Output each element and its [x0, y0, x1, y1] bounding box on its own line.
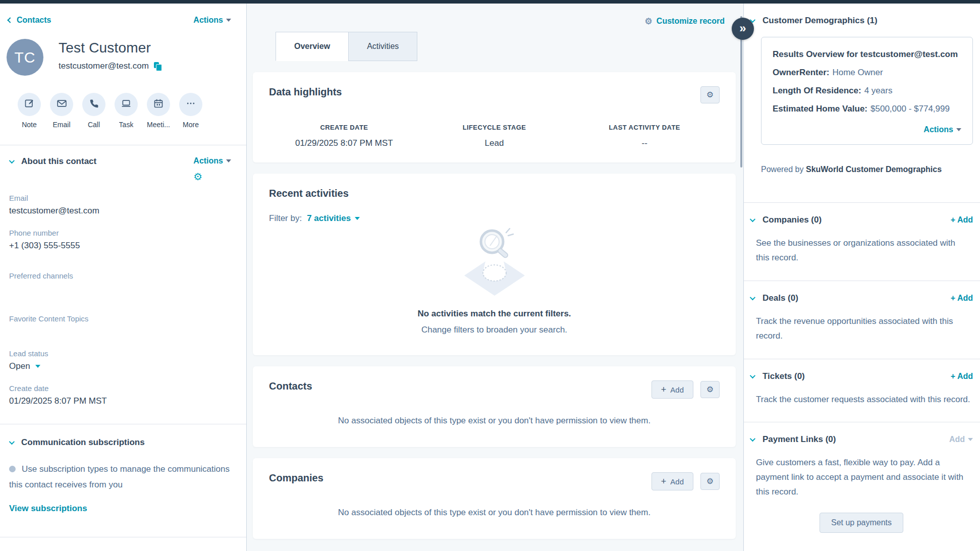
companies-card-title: Companies [269, 472, 323, 484]
about-actions-label: Actions [193, 156, 223, 166]
task-button[interactable]: Task [114, 93, 138, 129]
highlight-label: LIFECYCLE STAGE [419, 124, 570, 131]
field-label: Favorite Content Topics [9, 314, 237, 323]
highlight-value: 01/29/2025 8:07 PM MST [269, 138, 419, 148]
caret-down-icon [355, 217, 360, 220]
demo-label: Estimated Home Value: [773, 104, 867, 114]
calendar-icon [153, 98, 164, 111]
tickets-add-link[interactable]: + Add [951, 372, 973, 381]
powered-by-prefix: Powered by [761, 165, 804, 174]
field-phone: Phone number +1 (303) 555-5555 [0, 229, 246, 251]
field-value[interactable]: +1 (303) 555-5555 [9, 240, 237, 251]
contact-sidebar: Contacts Actions TC Test Customer testcu… [0, 4, 247, 551]
tickets-section-description: Track the customer requests associated w… [756, 393, 970, 407]
demo-label: OwnerRenter: [773, 68, 829, 77]
data-highlights-settings-button[interactable]: ⚙ [700, 86, 720, 103]
companies-add-button[interactable]: + Add [651, 472, 693, 490]
copy-email-icon[interactable] [154, 62, 161, 71]
chevron-down-icon [750, 295, 755, 300]
companies-section-description: See the businesses or organizations asso… [756, 236, 970, 265]
tickets-section-toggle[interactable]: Tickets (0) [750, 371, 805, 381]
field-value[interactable]: testcustomer@test.com [9, 205, 237, 216]
deals-add-link[interactable]: + Add [951, 294, 973, 303]
deals-section-title: Deals (0) [763, 293, 798, 303]
demographics-actions-dropdown[interactable]: Actions [923, 125, 961, 134]
subscriptions-section-toggle[interactable]: Communication subscriptions [9, 437, 145, 448]
highlight-last-activity-date: LAST ACTIVITY DATE -- [569, 124, 720, 148]
demo-label: Length Of Residence: [773, 86, 861, 95]
field-label: Lead status [9, 349, 237, 358]
highlight-label: LAST ACTIVITY DATE [569, 124, 720, 131]
lead-status-dropdown[interactable]: Open [9, 361, 237, 372]
demographics-row: Estimated Home Value:$500,000 - $774,999 [773, 104, 961, 114]
record-actions-dropdown[interactable]: Actions [193, 16, 231, 25]
field-lead-status: Lead status Open [0, 349, 246, 372]
view-subscriptions-link[interactable]: View subscriptions [0, 504, 246, 514]
deals-section-description: Track the revenue opportunities associat… [756, 314, 970, 344]
field-label: Email [9, 194, 237, 202]
call-button[interactable]: Call [82, 93, 106, 129]
about-section-toggle[interactable]: About this contact [9, 156, 96, 167]
email-button[interactable]: Email [49, 93, 74, 129]
caret-down-icon [956, 128, 961, 131]
field-label: Create date [9, 384, 237, 393]
field-favorite-content-topics: Favorite Content Topics [0, 314, 246, 337]
status-dot-icon [9, 466, 16, 472]
companies-settings-button[interactable]: ⚙ [700, 473, 720, 490]
plus-icon: + [661, 385, 667, 394]
demo-value: 4 years [864, 86, 893, 95]
caret-down-icon [226, 19, 231, 22]
demographics-section-title: Customer Demographics (1) [763, 16, 878, 26]
customize-record-label: Customize record [657, 17, 725, 26]
about-settings-gear-icon[interactable]: ⚙ [193, 172, 202, 182]
tab-activities[interactable]: Activities [348, 32, 417, 61]
payment-links-section-title: Payment Links (0) [763, 434, 836, 445]
back-link-label: Contacts [17, 16, 51, 25]
companies-add-link[interactable]: + Add [951, 215, 973, 225]
demo-value: $500,000 - $774,999 [870, 104, 950, 114]
contacts-card-title: Contacts [269, 380, 312, 392]
deals-section-toggle[interactable]: Deals (0) [750, 293, 798, 303]
note-icon [24, 98, 34, 111]
payment-links-section-toggle[interactable]: Payment Links (0) [750, 434, 836, 445]
top-navigation-bar-edge [0, 0, 980, 4]
note-label: Note [22, 121, 37, 129]
back-to-contacts-link[interactable]: Contacts [8, 16, 51, 25]
gear-icon: ⚙ [706, 91, 714, 99]
about-actions-dropdown[interactable]: Actions [193, 156, 231, 166]
data-highlights-card: Data highlights ⚙ CREATE DATE 01/29/2025… [253, 72, 736, 162]
field-value[interactable] [9, 326, 237, 337]
contact-record-page: Contacts Actions TC Test Customer testcu… [0, 4, 980, 551]
customize-record-link[interactable]: ⚙ Customize record [645, 17, 725, 26]
deals-section: Deals (0) + Add Track the revenue opport… [744, 281, 980, 359]
avatar: TC [7, 39, 43, 76]
payment-links-section-description: Give customers a fast, flexible way to p… [756, 456, 970, 500]
contacts-empty-text: No associated objects of this type exist… [269, 416, 720, 426]
right-sidebar: » Customer Demographics (1) Results Over… [743, 4, 980, 551]
lead-status-value: Open [9, 361, 30, 371]
demographics-section-toggle[interactable]: Customer Demographics (1) [750, 16, 878, 26]
demographics-row: OwnerRenter:Home Owner [773, 68, 961, 78]
record-tabs: Overview Activities [276, 32, 736, 61]
meeting-button[interactable]: Meeti... [146, 93, 171, 129]
actions-label: Actions [193, 16, 223, 25]
field-label: Phone number [9, 229, 237, 237]
field-value[interactable] [9, 283, 237, 294]
highlight-value: -- [569, 138, 720, 148]
contacts-add-button[interactable]: + Add [651, 380, 693, 399]
field-create-date: Create date 01/29/2025 8:07 PM MST [0, 384, 246, 407]
divider [0, 537, 246, 537]
set-up-payments-button[interactable]: Set up payments [820, 513, 903, 533]
demographics-card-title: Results Overview for testcustomer@test.c… [773, 49, 961, 60]
tab-overview[interactable]: Overview [276, 32, 349, 61]
more-actions-button[interactable]: More [179, 93, 203, 129]
field-value[interactable]: 01/29/2025 8:07 PM MST [9, 396, 237, 407]
contacts-settings-button[interactable]: ⚙ [700, 381, 720, 398]
task-icon [121, 98, 131, 111]
note-button[interactable]: Note [17, 93, 41, 129]
payment-links-add-dropdown[interactable]: Add [949, 435, 973, 444]
subscriptions-section-title: Communication subscriptions [21, 437, 145, 448]
companies-section-toggle[interactable]: Companies (0) [750, 215, 822, 225]
chevron-down-icon [9, 439, 15, 445]
activities-filter-dropdown[interactable]: 7 activities [307, 213, 360, 224]
